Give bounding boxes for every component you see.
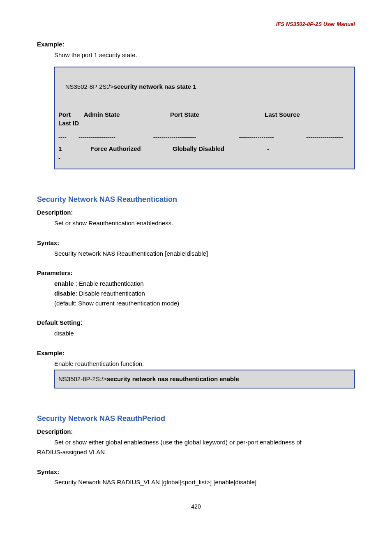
default-setting-text: disable: [54, 329, 355, 338]
th-port-state: Port State: [170, 110, 265, 119]
row-admin: Force Authorized: [90, 144, 173, 153]
row-trail: -: [58, 153, 351, 162]
default-setting-label: Default Setting:: [37, 318, 355, 327]
cli-output-box-2: NS3502-8P-2S:/>security network nas reau…: [54, 370, 355, 388]
row-state: Globally Disabled: [173, 144, 267, 153]
param-enable: enable : Enable reauthentication: [54, 279, 355, 288]
syntax-label: Syntax:: [37, 238, 355, 247]
sep-5: ------------------: [306, 133, 351, 142]
sep-4: -----------------: [239, 133, 306, 142]
cli-output-box-1: NS3502-8P-2S:/>security network nas stat…: [54, 67, 355, 169]
example-text: Show the port 1 security state.: [54, 51, 355, 60]
desc-text: Set or show Reauthentication enabledness…: [54, 219, 355, 228]
param-disable: disable: Disable reauthentication: [54, 289, 355, 298]
cli-command-bold: security network nas state 1: [114, 83, 196, 90]
desc-text-2b: RADIUS-assigned VLAN.: [37, 448, 355, 457]
desc-text-2a: Set or show either global enabledness (u…: [54, 438, 355, 447]
sep-1: ----: [58, 133, 78, 142]
syntax-label-2: Syntax:: [37, 467, 355, 476]
example-label-2: Example:: [37, 349, 355, 358]
cli-prompt-2: NS3502-8P-2S:/>: [58, 375, 107, 382]
sep-3: ---------------------: [153, 133, 239, 142]
page-number: 420: [37, 502, 355, 511]
desc-label: Description:: [37, 208, 355, 217]
cli-prompt: NS3502-8P-2S:/>: [65, 83, 114, 90]
section-title-reauthperiod: Security Network NAS ReauthPeriod: [37, 413, 355, 424]
syntax-text-2: Security Network NAS RADIUS_VLAN [global…: [54, 478, 355, 487]
example-text-2: Enable reauthentication function.: [54, 359, 355, 368]
cli-separator: ---- ------------------ ----------------…: [58, 133, 351, 142]
th-last-id: Last ID: [58, 119, 351, 128]
th-port: Port: [58, 110, 84, 119]
row-port: 1: [58, 144, 90, 153]
param-default-note: (default: Show current reauthentication …: [54, 299, 355, 308]
syntax-text: Security Network NAS Reauthentication [e…: [54, 249, 355, 258]
cli-command-bold-2: security network nas reauthentication en…: [107, 375, 239, 382]
th-admin: Admin State: [84, 110, 170, 119]
cli-table-row: 1 Force Authorized Globally Disabled -: [58, 144, 351, 153]
params-label: Parameters:: [37, 268, 355, 278]
section-title-reauth: Security Network NAS Reauthentication: [37, 194, 355, 205]
cli-command: NS3502-8P-2S:/>security network nas stat…: [58, 73, 351, 100]
cli-table-header: Port Admin State Port State Last Source: [58, 110, 351, 119]
example-label: Example:: [37, 40, 355, 49]
desc-label-2: Description:: [37, 427, 355, 436]
row-last: -: [267, 144, 284, 153]
doc-header: IFS NS3502-8P-2S User Manual: [37, 21, 355, 28]
sep-2: ------------------: [78, 133, 153, 142]
th-last-source: Last Source: [265, 110, 330, 119]
